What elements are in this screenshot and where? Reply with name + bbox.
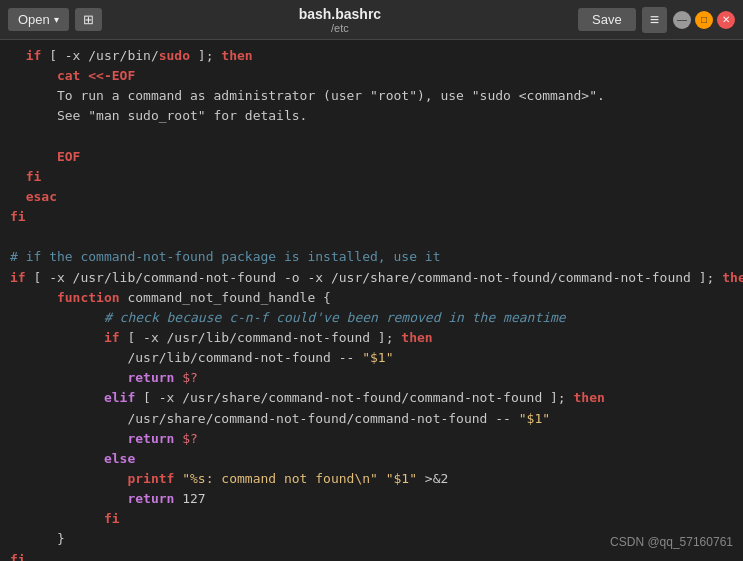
save-button[interactable]: Save — [578, 8, 636, 31]
minimize-button[interactable]: — — [673, 11, 691, 29]
watermark: CSDN @qq_57160761 — [610, 535, 733, 549]
maximize-button[interactable]: □ — [695, 11, 713, 29]
file-name: bash.bashrc — [299, 6, 381, 22]
titlebar-center: bash.bashrc /etc — [299, 6, 381, 34]
open-label: Open — [18, 12, 50, 27]
titlebar-left: Open ▾ ⊞ — [8, 8, 102, 31]
window-controls: — □ ✕ — [673, 11, 735, 29]
titlebar-right: Save ≡ — □ ✕ — [578, 7, 735, 33]
code-editor[interactable]: if [ -x /usr/bin/sudo ]; then cat <<-EOF… — [0, 40, 743, 561]
open-button[interactable]: Open ▾ — [8, 8, 69, 31]
titlebar: Open ▾ ⊞ bash.bashrc /etc Save ≡ — □ ✕ — [0, 0, 743, 40]
file-path: /etc — [299, 22, 381, 34]
icon-button[interactable]: ⊞ — [75, 8, 102, 31]
close-button[interactable]: ✕ — [717, 11, 735, 29]
menu-button[interactable]: ≡ — [642, 7, 667, 33]
open-arrow: ▾ — [54, 14, 59, 25]
code-content: if [ -x /usr/bin/sudo ]; then cat <<-EOF… — [10, 46, 733, 561]
